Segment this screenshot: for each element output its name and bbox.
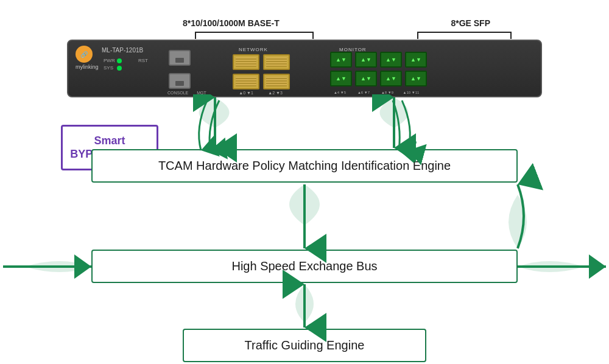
model-label: ML-TAP-1201B (102, 47, 143, 54)
copper-port-1 (263, 54, 290, 70)
tge-text: Traffic Guiding Engine (245, 338, 365, 352)
tcam-box: TCAM Hardware Policy Matching Identifica… (91, 149, 518, 183)
hseb-box: High Speed Exchange Bus (91, 250, 518, 283)
label-sfp: 8*GE SFP (451, 18, 490, 28)
sys-led-row: SYS (104, 65, 124, 71)
sfp-port-5: ▲▼ (355, 71, 377, 86)
copper-port-2 (233, 74, 259, 89)
sfp-port-6: ▲▼ (380, 71, 402, 86)
sys-led (117, 66, 122, 71)
hseb-text: High Speed Exchange Bus (231, 259, 377, 273)
tcam-text: TCAM Hardware Policy Matching Identifica… (158, 159, 451, 173)
device-chassis: 🔗 mylinking ML-TAP-1201B PWR SYS RST CON… (67, 40, 542, 97)
tge-box: Traffic Guiding Engine (183, 329, 426, 362)
sfp-port-1: ▲▼ (355, 52, 377, 68)
network-ports (233, 54, 291, 91)
copper-port-3 (263, 74, 290, 89)
pwr-led-row: PWR (104, 58, 124, 63)
sys-label: SYS (104, 65, 117, 71)
brand-icon: 🔗 (76, 46, 93, 63)
console-ports (169, 50, 191, 89)
diagram-section: Smart BYPASS Model TCAM Hardware Policy … (0, 94, 609, 364)
mgt-port (169, 73, 191, 89)
copper-port-0 (233, 54, 259, 70)
sfp-port-2: ▲▼ (380, 52, 402, 68)
rst-label: RST (138, 58, 148, 63)
label-base-t: 8*10/100/1000M BASE-T (183, 18, 280, 28)
sfp-port-3: ▲▼ (405, 52, 427, 68)
network-label: NETWORK (239, 47, 268, 52)
brand-label: mylinking (76, 64, 99, 70)
bracket-sfp (417, 32, 512, 39)
logo-area: 🔗 mylinking (76, 46, 99, 70)
sfp-ports: ▲▼ ▲▼ ▲▼ ▲▼ ▲▼ ▲▼ ▲▼ ▲▼ (330, 52, 428, 88)
pwr-label: PWR (104, 58, 117, 63)
pwr-led (117, 58, 122, 63)
console-port (169, 50, 191, 66)
led-group: PWR SYS (104, 58, 124, 72)
sfp-port-0: ▲▼ (330, 52, 352, 68)
bracket-base-t (195, 32, 314, 39)
sfp-port-7: ▲▼ (405, 71, 427, 86)
sfp-port-4: ▲▼ (330, 71, 352, 86)
